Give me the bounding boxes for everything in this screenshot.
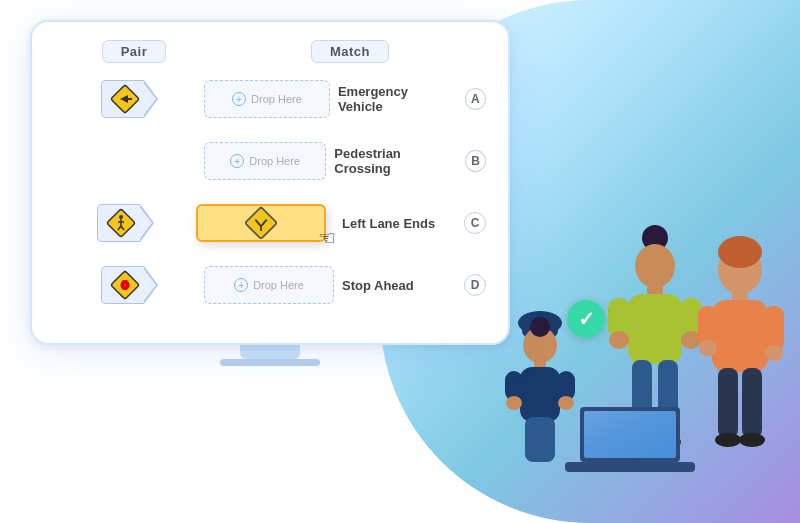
svg-rect-26	[525, 417, 555, 462]
pair-sign-body-c	[97, 204, 140, 242]
svg-point-44	[765, 345, 783, 361]
pair-arrow-a	[101, 80, 158, 118]
pair-arrow-c	[97, 204, 154, 242]
drop-plus-icon-d	[234, 278, 248, 292]
row-pedestrian-crossing: Drop Here Pedestrian Crossing B	[54, 135, 486, 187]
drop-plus-icon-b	[230, 154, 244, 168]
svg-rect-30	[628, 294, 682, 364]
pair-arrow-d: ↑	[101, 266, 158, 304]
sign-left-lane-ends-drag	[244, 206, 278, 240]
letter-badge-b: B	[465, 150, 486, 172]
svg-rect-43	[764, 306, 784, 351]
pair-arrow-tip-inner-d	[143, 268, 156, 302]
pair-sign-body-a	[101, 80, 144, 118]
dragged-sign-c[interactable]	[196, 204, 326, 242]
laptop-figure	[565, 405, 695, 475]
pair-cell-c	[54, 204, 196, 242]
row-stop-ahead: ↑ Drop Here Stop Ahead D	[54, 259, 486, 311]
sign-arrow-right	[110, 84, 140, 114]
svg-rect-48	[742, 368, 762, 438]
svg-rect-42	[712, 300, 768, 372]
drop-plus-icon-a	[232, 92, 246, 106]
svg-point-33	[609, 331, 629, 349]
sign-stop-ahead: ↑	[110, 270, 140, 300]
pair-arrow-tip-c	[140, 204, 154, 242]
svg-rect-8	[245, 207, 277, 239]
match-label-c: Left Lane Ends	[342, 216, 452, 231]
svg-rect-53	[584, 411, 676, 458]
pair-header-badge: Pair	[102, 40, 167, 63]
drop-label-d: Drop Here	[253, 279, 304, 291]
letter-badge-c: C	[464, 212, 486, 234]
monitor-foot	[220, 359, 320, 366]
pair-arrow-tip-inner-a	[143, 82, 156, 116]
match-label-b: Pedestrian Crossing	[334, 146, 453, 176]
pair-cell-d: ↑	[54, 266, 204, 304]
svg-point-3	[119, 215, 123, 219]
cursor-hand-icon: ☞	[318, 226, 336, 250]
match-header-badge: Match	[311, 40, 389, 63]
svg-point-50	[739, 433, 765, 447]
svg-text:↑: ↑	[123, 282, 126, 288]
pair-arrow-tip-d	[144, 266, 158, 304]
match-label-d: Stop Ahead	[342, 278, 452, 293]
drop-label-a: Drop Here	[251, 93, 302, 105]
check-circle: ✓	[567, 300, 605, 338]
row-left-lane-ends: ☞ Left Lane Ends C	[54, 197, 486, 249]
pair-sign-body-d: ↑	[101, 266, 144, 304]
drop-zone-d[interactable]: Drop Here	[204, 266, 334, 304]
monitor-stand	[240, 345, 300, 359]
check-symbol: ✓	[578, 309, 595, 329]
column-headers: Pair Match	[54, 40, 486, 63]
svg-rect-54	[565, 462, 695, 472]
match-cell-c: ☞ Left Lane Ends C	[196, 204, 486, 242]
pair-cell-a	[54, 80, 204, 118]
pair-arrow-tip-a	[144, 80, 158, 118]
svg-point-19	[530, 317, 550, 337]
drop-zone-b[interactable]: Drop Here	[204, 142, 326, 180]
match-cell-d: Drop Here Stop Ahead D	[204, 266, 486, 304]
match-cell-a: Drop Here Emergency Vehicle A	[204, 80, 486, 118]
match-label-a: Emergency Vehicle	[338, 84, 453, 114]
drop-label-b: Drop Here	[249, 155, 300, 167]
svg-point-46	[699, 340, 717, 356]
person-right-figure	[690, 228, 790, 458]
svg-rect-47	[718, 368, 738, 438]
match-column-header: Match	[214, 40, 486, 63]
svg-rect-21	[520, 367, 560, 422]
pair-arrow-tip-inner-c	[139, 206, 152, 240]
row-emergency-vehicle: Drop Here Emergency Vehicle A	[54, 73, 486, 125]
sign-pedestrian	[106, 208, 136, 238]
drop-zone-a[interactable]: Drop Here	[204, 80, 330, 118]
svg-point-49	[715, 433, 741, 447]
dragging-zone-c: ☞	[196, 204, 326, 242]
letter-badge-a: A	[465, 88, 486, 110]
pair-column-header: Pair	[54, 40, 214, 63]
monitor-wrapper: Pair Match	[30, 20, 510, 366]
monitor-screen: Pair Match	[30, 20, 510, 345]
svg-point-40	[718, 236, 762, 268]
svg-point-24	[506, 396, 522, 410]
letter-badge-d: D	[464, 274, 486, 296]
svg-point-28	[635, 244, 675, 288]
match-cell-b: Drop Here Pedestrian Crossing B	[204, 142, 486, 180]
